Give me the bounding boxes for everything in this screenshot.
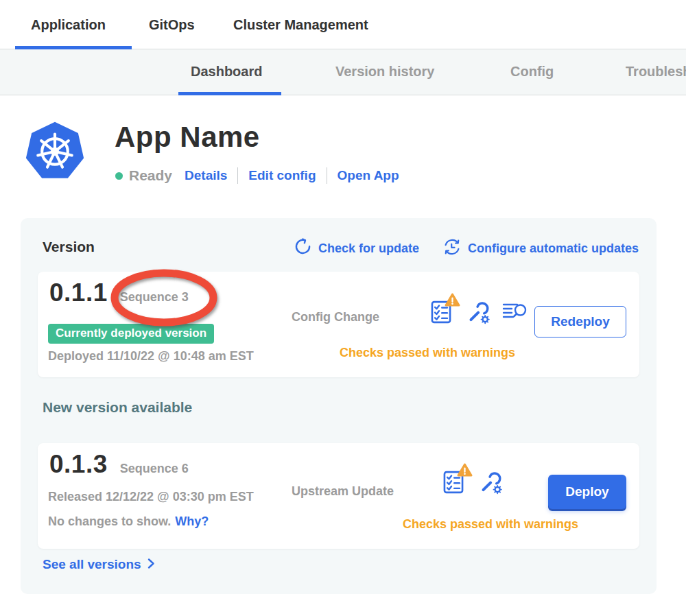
app-dashboard-page: Application GitOps Cluster Management Da… [0,0,686,616]
checks-status-text: Checks passed with warnings [353,517,628,532]
chevron-right-icon [147,558,155,572]
preflight-checklist-icon[interactable] [429,299,453,328]
preflight-checklist-icon[interactable] [441,469,466,498]
nav-item-application[interactable]: Application [31,17,106,33]
open-app-link[interactable]: Open App [338,168,399,183]
version-source-label: Upstream Update [292,484,394,499]
tab-config[interactable]: Config [510,64,554,80]
why-link[interactable]: Why? [175,514,209,528]
available-version-row: 0.1.3 Sequence 6 [49,450,189,479]
version-actions: Check for update Configure automatic upd… [294,237,639,259]
app-status-row: Ready Details Edit config Open App [115,166,399,185]
deploy-button[interactable]: Deploy [548,475,626,509]
active-tab-underline [178,92,281,95]
current-version-number: 0.1.1 [49,279,108,307]
tab-troubleshoot[interactable]: Troubleshoot [626,64,686,80]
deployed-timestamp: Deployed 11/10/22 @ 10:48 am EST [48,349,254,364]
available-version-icons [441,469,503,498]
status-badge: Ready [129,167,172,184]
divider [327,167,327,184]
see-all-versions-link[interactable]: See all versions [43,557,155,572]
details-link[interactable]: Details [185,168,227,183]
no-changes-text: No changes to show.Why? [48,514,209,529]
current-version-card: 0.1.1 Sequence 3 Currently deployed vers… [38,272,639,377]
secondary-nav: Dashboard Version history Config Trouble… [0,49,686,95]
config-wrench-icon[interactable] [477,469,503,498]
available-version-card: 0.1.3 Sequence 6 Released 12/12/22 @ 03:… [38,443,639,549]
configure-automatic-updates-label: Configure automatic updates [468,241,639,256]
released-timestamp: Released 12/12/22 @ 03:30 pm EST [48,490,254,504]
see-all-versions-label: See all versions [43,557,141,572]
tab-dashboard[interactable]: Dashboard [191,64,262,80]
config-wrench-icon[interactable] [464,299,490,328]
version-panel: Version Check for update [21,218,657,594]
no-changes-label: No changes to show. [48,514,171,528]
check-for-update-button[interactable]: Check for update [294,238,419,259]
page-title: App Name [115,121,260,154]
edit-config-link[interactable]: Edit config [248,168,316,183]
available-version-number: 0.1.3 [49,450,108,479]
tab-version-history[interactable]: Version history [335,64,435,80]
kubernetes-logo-icon [23,117,87,187]
current-version-icons [429,299,529,328]
auto-update-icon [442,237,462,259]
check-for-update-label: Check for update [318,241,419,256]
nav-item-cluster-management[interactable]: Cluster Management [233,17,368,33]
redeploy-button[interactable]: Redeploy [534,306,626,337]
deployed-version-badge: Currently deployed version [48,324,214,344]
primary-nav: Application GitOps Cluster Management [0,0,686,49]
current-version-sequence: Sequence 3 [120,290,189,305]
refresh-icon [294,238,312,259]
warning-triangle-icon [445,293,460,309]
version-source-label: Config Change [292,310,379,324]
configure-automatic-updates-button[interactable]: Configure automatic updates [442,237,639,259]
ready-status-dot-icon [115,172,123,180]
available-version-sequence: Sequence 6 [120,462,189,476]
version-heading: Version [43,239,95,255]
new-version-heading: New version available [43,399,192,416]
current-version-row: 0.1.1 Sequence 3 [49,279,189,307]
view-files-icon[interactable] [501,301,529,326]
nav-item-gitops[interactable]: GitOps [149,17,195,33]
divider [237,167,238,184]
checks-status-text: Checks passed with warnings [290,346,565,360]
warning-triangle-icon [457,463,473,479]
